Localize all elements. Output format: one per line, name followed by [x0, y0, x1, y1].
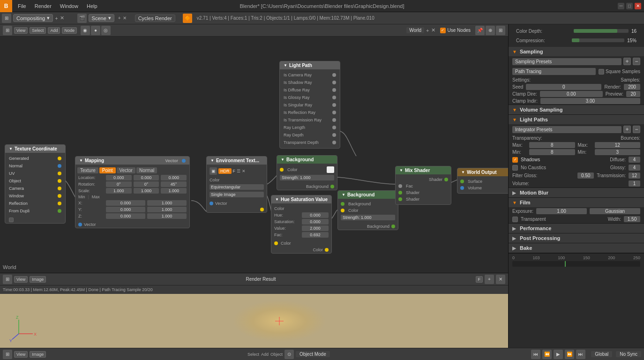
sampling-presets-add[interactable]: +: [623, 58, 631, 65]
mode-icon[interactable]: ⊙: [285, 350, 294, 359]
filter-gloss-input[interactable]: 0.50: [577, 172, 594, 179]
max-x-val[interactable]: 1.000: [147, 200, 187, 206]
minimize-button[interactable]: ─: [618, 3, 624, 9]
editor-type-icon[interactable]: ⊞: [2, 14, 11, 23]
shadows-checkbox[interactable]: ✓: [512, 157, 518, 163]
location-x[interactable]: 0.000: [106, 175, 132, 180]
path-tracing-selector[interactable]: Path Tracing: [512, 68, 596, 75]
add-node-editor-btn[interactable]: +: [426, 28, 429, 33]
render-close-btn[interactable]: ✕: [496, 275, 505, 284]
play-btn[interactable]: ▶: [554, 350, 563, 359]
volume-sampling-header[interactable]: ▼ Volume Sampling: [509, 105, 644, 114]
menu-window[interactable]: Window: [56, 2, 82, 10]
clamp-direct-input[interactable]: 0.00: [540, 91, 603, 97]
snap-icon[interactable]: ⊕: [486, 26, 495, 35]
bake-header[interactable]: ▶ Bake: [509, 243, 644, 253]
skip-end-btn[interactable]: ⏭: [576, 350, 585, 359]
texture-coordinate-node[interactable]: ▼ Texture Coordinate Generated Normal UV: [5, 144, 66, 224]
render-view-menu[interactable]: View: [14, 276, 28, 283]
view-menu[interactable]: View: [14, 27, 28, 34]
close-node-editor-btn[interactable]: ✕: [431, 27, 435, 33]
hsv-fac-val[interactable]: 0.692: [302, 232, 329, 238]
world-output-node[interactable]: ▼ World Output Surface Volume: [457, 168, 508, 194]
env-type-selector[interactable]: Equirectangular: [210, 184, 264, 190]
global-selector[interactable]: Global: [591, 351, 612, 357]
bottom-image-menu[interactable]: Image: [30, 351, 46, 358]
location-y[interactable]: 0.000: [134, 175, 159, 180]
min-z-val[interactable]: 0.000: [106, 213, 145, 219]
bg1-strength-input[interactable]: Strength: 1.000: [280, 175, 334, 180]
select-menu[interactable]: Select: [30, 27, 46, 34]
add-workspace-btn[interactable]: +: [55, 15, 58, 21]
hsv-sat-val[interactable]: 0.000: [302, 219, 329, 225]
hsv-hue-val[interactable]: 0.000: [302, 212, 329, 218]
node-material-icon[interactable]: ●: [91, 26, 100, 35]
bottom-editor-icon[interactable]: ⊞: [3, 350, 12, 359]
scene-selector[interactable]: Scene ▾: [89, 14, 114, 22]
sampling-header[interactable]: ▼ Sampling: [509, 47, 644, 56]
scene-add-btn[interactable]: +: [118, 15, 121, 21]
grid-icon[interactable]: ⊞: [496, 26, 505, 35]
hsv-value-val[interactable]: 2.000: [302, 225, 329, 231]
max-bounces-input[interactable]: 12: [595, 142, 641, 148]
integrator-presets-remove[interactable]: −: [633, 126, 640, 133]
close-button[interactable]: ✕: [635, 3, 641, 9]
volume-input[interactable]: 1: [629, 180, 640, 187]
maximize-button[interactable]: □: [626, 3, 633, 9]
node-world-icon[interactable]: ◎: [101, 26, 111, 35]
min-bounces-input[interactable]: 3: [595, 149, 641, 155]
env-source-selector[interactable]: Single Image: [210, 192, 264, 197]
exposure-input[interactable]: 1.00: [536, 208, 587, 214]
mapping-tab-vector[interactable]: Vector: [117, 167, 135, 173]
menu-help[interactable]: Help: [83, 2, 101, 10]
clamp-indirect-input[interactable]: 3.00: [540, 98, 640, 104]
no-sync-selector[interactable]: No Sync: [616, 351, 641, 357]
world-dropdown[interactable]: World: [406, 27, 424, 33]
add-menu[interactable]: Add: [48, 27, 60, 34]
glossy-input[interactable]: 4: [629, 165, 640, 171]
max-z-val[interactable]: 1.000: [147, 213, 187, 219]
scene-icon[interactable]: 🎬: [77, 14, 87, 23]
use-nodes-checkbox[interactable]: ✓: [440, 28, 446, 33]
scale-y[interactable]: 1.000: [134, 188, 159, 194]
diffuse-input[interactable]: 4: [629, 157, 640, 163]
menu-render[interactable]: Render: [31, 2, 55, 10]
min-x-val[interactable]: 0.000: [106, 200, 145, 206]
min-trans-input[interactable]: 8: [529, 149, 575, 155]
pin-icon[interactable]: 📌: [475, 26, 485, 35]
workspace-selector[interactable]: Compositing ▾: [13, 14, 53, 22]
scale-x[interactable]: 1.000: [106, 188, 132, 194]
env-preview-icon[interactable]: ▣: [210, 167, 217, 175]
node-canvas[interactable]: ▼ Texture Coordinate Generated Normal UV: [0, 37, 508, 273]
rotation-x[interactable]: 0°: [106, 181, 132, 187]
prev-frame-btn[interactable]: ⏪: [542, 350, 552, 359]
scene-remove-btn[interactable]: ✕: [123, 15, 127, 21]
light-path-node[interactable]: ▼ Light Path Is Camera Ray Is Shadow Ray…: [279, 61, 340, 149]
max-trans-input[interactable]: 8: [529, 142, 575, 148]
render-engine-icon[interactable]: 🔶: [183, 14, 192, 23]
skip-start-btn[interactable]: ⏮: [531, 350, 540, 359]
node-menu[interactable]: Node: [62, 27, 77, 34]
fromdupli-checkbox[interactable]: [9, 218, 14, 222]
max-y-val[interactable]: 1.000: [147, 207, 187, 212]
scale-z[interactable]: 1.000: [161, 188, 187, 194]
preview-input[interactable]: 20: [626, 91, 640, 97]
mix-shader-node[interactable]: ▼ Mix Shader Shader Fac Shader: [395, 166, 451, 205]
location-z[interactable]: 0.000: [161, 175, 187, 180]
light-paths-header[interactable]: ▼ Light Paths: [509, 115, 644, 124]
env-close-btn[interactable]: ✕: [242, 169, 246, 173]
transmission-input[interactable]: 12: [629, 172, 640, 179]
next-frame-btn[interactable]: ⏩: [565, 350, 574, 359]
menu-file[interactable]: File: [14, 2, 30, 10]
render-value[interactable]: 200: [624, 84, 640, 90]
rotation-y[interactable]: 0°: [134, 181, 159, 187]
node-editor-type-icon[interactable]: ⊞: [3, 26, 12, 35]
square-samples-checkbox[interactable]: [599, 69, 604, 75]
timeline-track[interactable]: [512, 261, 640, 267]
render-image-menu[interactable]: Image: [30, 276, 46, 283]
hue-saturation-node[interactable]: ▼ Hue Saturation Value Color Hue: 0.000 …: [271, 195, 332, 254]
render-add-btn[interactable]: +: [485, 275, 494, 284]
performance-header[interactable]: ▶ Performance: [509, 224, 644, 233]
sampling-presets-remove[interactable]: −: [633, 58, 640, 65]
bottom-view-menu[interactable]: View: [14, 351, 28, 358]
